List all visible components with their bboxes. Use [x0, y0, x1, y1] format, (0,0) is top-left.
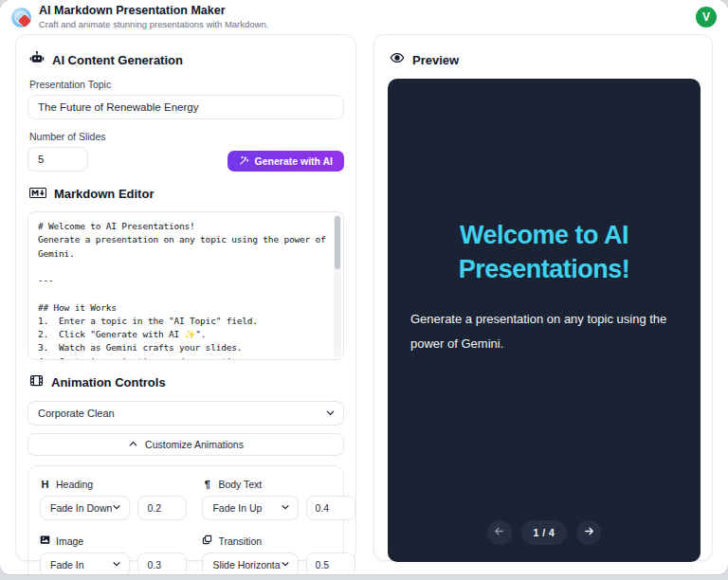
- app-title: AI Markdown Presentation Maker: [39, 4, 268, 19]
- controls-panel: AI Content Generation Presentation Topic…: [15, 34, 356, 561]
- heading-animation-control: H Heading Fade In Down: [40, 479, 187, 520]
- topic-label: Presentation Topic: [29, 79, 342, 90]
- slides-generate-row: Generate with AI: [27, 147, 344, 172]
- customize-animations-button[interactable]: Customize Animations: [27, 433, 344, 456]
- app-window: AI Markdown Presentation Maker Craft and…: [0, 0, 728, 574]
- theme-select[interactable]: Corporate Clean: [27, 401, 344, 426]
- slide-page-indicator: 1 / 4: [521, 520, 568, 545]
- animation-controls-header: Animation Controls: [29, 373, 342, 391]
- slide-heading: Welcome to AI Presentations!: [410, 218, 678, 287]
- slides-count-label: Number of Slides: [29, 131, 342, 142]
- markdown-editor-wrap: # Welcome to AI Presentations! Generate …: [27, 211, 344, 360]
- magic-wand-icon: [239, 155, 249, 168]
- markdown-icon: [29, 185, 46, 202]
- preview-panel: Preview Welcome to AI Presentations! Gen…: [373, 34, 713, 561]
- chevron-down-icon: [112, 502, 121, 514]
- slide-preview: Welcome to AI Presentations! Generate a …: [388, 79, 701, 562]
- image-animation-control: Image Fade In: [40, 535, 187, 574]
- chevron-down-icon: [281, 559, 290, 571]
- body-text-animation-control: ¶ Body Text Fade In Up: [202, 479, 355, 520]
- slide-navigation: 1 / 4: [388, 520, 701, 545]
- control-label: Heading: [56, 479, 93, 490]
- heading-animation-select[interactable]: Fade In Down: [40, 496, 130, 520]
- heading-delay-input[interactable]: [137, 496, 187, 520]
- heading-icon: H: [40, 479, 50, 490]
- chevron-down-icon: [325, 408, 336, 420]
- chevron-down-icon: [281, 502, 290, 514]
- editor-scrollbar-thumb[interactable]: [335, 216, 340, 269]
- app-logo-icon: [11, 8, 31, 27]
- transition-animation-control: Transition Slide Horizonta: [202, 535, 355, 574]
- animation-grid: H Heading Fade In Down ¶ Body Text: [27, 465, 344, 574]
- vercel-badge[interactable]: V: [696, 7, 717, 27]
- generate-with-ai-button[interactable]: Generate with AI: [228, 151, 344, 172]
- eye-icon: [390, 50, 405, 69]
- chevron-down-icon: [112, 559, 121, 571]
- editor-scrollbar[interactable]: [334, 214, 341, 357]
- section-title: Markdown Editor: [54, 187, 154, 201]
- next-slide-button[interactable]: [576, 520, 601, 545]
- markdown-editor-textarea[interactable]: # Welcome to AI Presentations! Generate …: [28, 212, 343, 359]
- body-text-animation-select[interactable]: Fade In Up: [202, 496, 298, 520]
- slides-count-input[interactable]: [27, 147, 88, 172]
- previous-slide-button[interactable]: [487, 520, 512, 545]
- pilcrow-icon: ¶: [202, 479, 212, 490]
- transition-delay-input[interactable]: [306, 553, 355, 574]
- transition-animation-select[interactable]: Slide Horizonta: [202, 553, 298, 574]
- arrow-left-icon: [493, 525, 505, 540]
- slide-body-text: Generate a presentation on any topic usi…: [410, 307, 678, 356]
- section-title: Preview: [412, 53, 459, 67]
- image-icon: [40, 535, 50, 547]
- film-icon: [29, 373, 44, 391]
- section-title: AI Content Generation: [52, 53, 183, 67]
- markdown-editor-header: Markdown Editor: [29, 185, 342, 202]
- layers-icon: [202, 535, 212, 547]
- topic-input[interactable]: [27, 95, 344, 119]
- control-label: Transition: [218, 535, 262, 547]
- chevron-up-icon: [128, 439, 138, 451]
- body-text-delay-input[interactable]: [306, 496, 355, 520]
- app-subtitle: Craft and animate stunning presentations…: [39, 19, 268, 30]
- header-text: AI Markdown Presentation Maker Craft and…: [39, 4, 268, 30]
- generate-button-label: Generate with AI: [255, 155, 333, 167]
- control-label: Image: [56, 535, 83, 547]
- robot-icon: [29, 50, 45, 69]
- theme-select-value: Corporate Clean: [38, 408, 325, 419]
- control-label: Body Text: [218, 479, 262, 490]
- customize-button-label: Customize Animations: [145, 439, 244, 450]
- section-title: Animation Controls: [51, 375, 166, 390]
- arrow-right-icon: [583, 525, 595, 540]
- ai-content-generation-header: AI Content Generation: [29, 50, 342, 69]
- image-delay-input[interactable]: [137, 553, 187, 574]
- preview-header: Preview: [390, 50, 697, 69]
- app-header: AI Markdown Presentation Maker Craft and…: [0, 0, 728, 34]
- image-animation-select[interactable]: Fade In: [40, 553, 130, 574]
